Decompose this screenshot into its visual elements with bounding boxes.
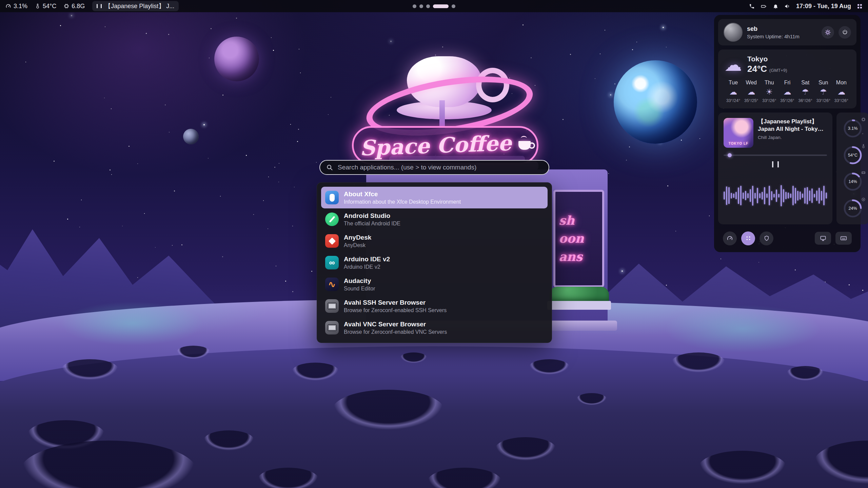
star: [268, 228, 268, 229]
waveform-bar: [738, 187, 739, 204]
search-icon: [326, 164, 333, 171]
gauge-icon: [727, 235, 733, 242]
launcher-item[interactable]: About Xfce Information about the Xfce De…: [321, 187, 548, 208]
workspace-dot[interactable]: [419, 4, 423, 8]
umbrella-weather-icon: ☂: [820, 88, 827, 96]
forecast-day: Fri: [784, 80, 791, 86]
waveform-bar: [740, 186, 742, 205]
forecast-day: Mon: [836, 80, 847, 86]
workspace-dot[interactable]: [413, 4, 416, 8]
star: [292, 291, 293, 292]
crater: [61, 359, 119, 380]
notifications-bell-icon[interactable]: [773, 3, 778, 9]
avatar[interactable]: [724, 23, 743, 42]
phone-icon[interactable]: [749, 3, 755, 9]
star: [104, 98, 105, 98]
neon-sign: Space Coffee: [352, 126, 538, 165]
star: [253, 214, 254, 215]
cpu-gauge-icon: [5, 3, 11, 9]
star: [137, 163, 138, 164]
waveform-bar: [790, 194, 791, 198]
waveform-bar: [750, 189, 751, 202]
waveform-bar: [754, 193, 756, 199]
star: [849, 284, 850, 285]
music-widget[interactable]: 【Japanese Playlist】 J...: [92, 1, 179, 11]
display-button[interactable]: [815, 232, 831, 245]
launcher-item[interactable]: Avahi SSH Server Browser Browse for Zero…: [321, 295, 548, 317]
star: [54, 161, 55, 162]
waveform-bar: [788, 192, 789, 199]
search-input[interactable]: [337, 163, 542, 171]
launcher-item[interactable]: ∿ Audacity Sound Editor: [321, 273, 548, 295]
app-name: Audacity: [344, 277, 375, 285]
disk-gauge: 24%: [842, 198, 864, 219]
star: [531, 57, 532, 58]
power-button[interactable]: [839, 26, 851, 39]
temp-gauge: 54°C: [842, 144, 864, 166]
star: [862, 290, 863, 291]
waveform-bar: [809, 190, 810, 201]
star: [222, 256, 223, 257]
launcher-item[interactable]: Avahi VNC Server Browser Browse for Zero…: [321, 317, 548, 339]
settings-button[interactable]: [822, 26, 834, 39]
dashboard-button[interactable]: [723, 231, 737, 245]
clock[interactable]: 17:09 - Tue, 19 Aug: [796, 3, 851, 10]
disk-icon: [861, 197, 866, 203]
teal-glow: [61, 302, 203, 346]
star: [563, 119, 564, 120]
pause-button[interactable]: [772, 161, 779, 167]
progress-thumb[interactable]: [728, 153, 732, 157]
workspace-dot[interactable]: [433, 4, 449, 8]
waveform-bar: [795, 188, 796, 204]
app-name: About Xfce: [344, 190, 461, 198]
star: [111, 174, 112, 175]
cloud-weather-icon: ☁: [747, 88, 755, 96]
launcher-item[interactable]: ∞ Arduino IDE v2 Arduino IDE v2: [321, 252, 548, 273]
waveform-bar: [800, 191, 801, 200]
temperature-indicator: 54°C: [35, 3, 56, 10]
app-description: Information about the Xfce Desktop Envir…: [344, 199, 461, 205]
waveform-bar: [778, 194, 780, 198]
waveform-bar: [811, 188, 813, 203]
workspace-dot[interactable]: [426, 4, 430, 8]
quick-settings-row: [718, 228, 856, 248]
waveform-bar: [773, 194, 775, 198]
star: [203, 124, 205, 125]
forecast-temps: 33°/26°: [816, 98, 830, 103]
arduino-app-icon: ∞: [325, 256, 339, 269]
forecast-day-column: Sun ☂ 33°/26°: [814, 80, 832, 103]
forecast-day: Wed: [746, 80, 757, 86]
weather-city: Tokyo: [747, 55, 787, 63]
waveform-bar: [747, 193, 749, 198]
audacity-app-icon: ∿: [325, 278, 339, 291]
username: seb: [747, 25, 800, 33]
waveform-bar: [807, 187, 808, 204]
progress-bar[interactable]: [724, 155, 827, 156]
app-description: AnyDesk: [344, 242, 371, 248]
waveform-bar: [792, 186, 794, 205]
apps-button[interactable]: [741, 231, 755, 245]
forecast-temps: 33°/26°: [762, 98, 776, 103]
sun-weather-icon: ☀: [766, 88, 773, 96]
cpu-indicator: 3.1%: [5, 3, 27, 10]
search-bar[interactable]: [319, 160, 549, 175]
waveform-bar: [724, 191, 725, 200]
star: [300, 73, 301, 73]
launcher-item[interactable]: Android Studio The official Android IDE: [321, 208, 548, 230]
star: [299, 49, 299, 49]
terminal-app-icon: [325, 321, 339, 334]
memory-gauge: 14%: [842, 171, 864, 192]
window-neon-text: ans: [559, 249, 583, 264]
app-grid-icon[interactable]: [857, 3, 863, 9]
launcher-item[interactable]: AnyDesk AnyDesk: [321, 230, 548, 252]
battery-icon[interactable]: [761, 3, 767, 9]
shield-icon: [764, 235, 770, 241]
workspace-dot[interactable]: [452, 4, 455, 8]
security-button[interactable]: [760, 231, 773, 245]
volume-icon[interactable]: [784, 3, 790, 9]
star: [328, 114, 329, 115]
star: [71, 15, 72, 16]
music-widget-title: 【Japanese Playlist】 J...: [105, 2, 174, 10]
keyboard-button[interactable]: [835, 232, 852, 245]
star: [67, 219, 68, 220]
